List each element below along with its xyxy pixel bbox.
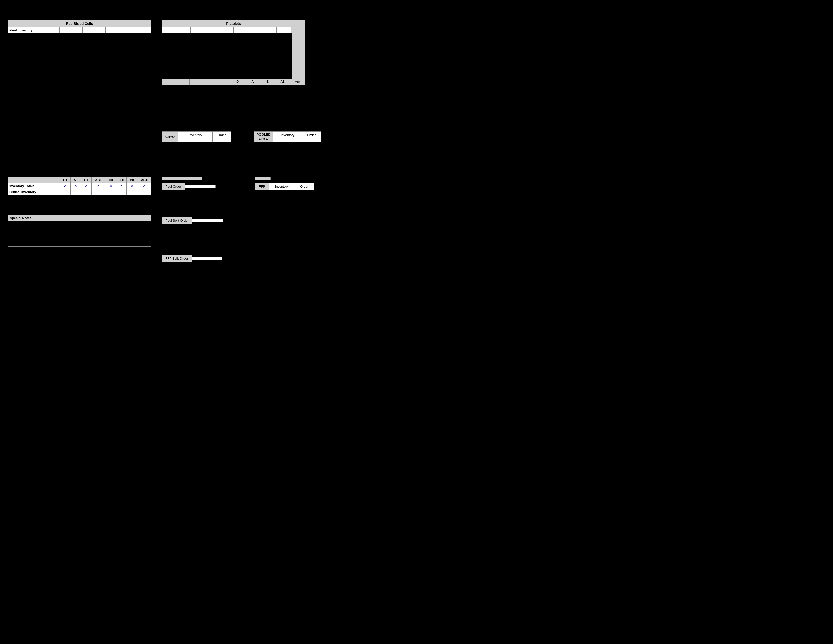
special-notes-content[interactable]: [8, 222, 151, 247]
cryo-label: CRYO: [162, 132, 178, 142]
rbc-col6: [106, 27, 117, 33]
pooled-cryo-label: POOLEDCRYO: [254, 132, 273, 142]
rbc-col2: [60, 27, 71, 33]
plat-bottom-B: B: [260, 79, 275, 85]
plat-bottom-AB: AB: [275, 79, 291, 85]
pooled-cryo-order: Order: [302, 132, 321, 142]
inv-col-ominus: O=: [106, 177, 116, 183]
critical-abplus: [92, 189, 106, 195]
rbc-col3: [71, 27, 82, 33]
plat-col8: [262, 27, 277, 33]
inv-totals-abminus: o: [137, 183, 151, 189]
inv-col-bplus: B+: [81, 177, 92, 183]
pedi-order-label: Pedi Order: [162, 183, 185, 190]
inv-totals-label: Inventory Totals: [8, 183, 60, 189]
inv-totals-oplus: o: [60, 183, 71, 189]
pedi-order-row: Pedi Order: [162, 183, 215, 190]
ffp-label: FFP: [255, 184, 269, 190]
inv-totals-abplus: o: [92, 183, 106, 189]
ffp-inventory: Inventory: [269, 184, 295, 190]
inv-totals-aminus: o: [116, 183, 127, 189]
critical-oplus: [60, 189, 71, 195]
plat-col7: [248, 27, 262, 33]
critical-aminus: [116, 189, 127, 195]
inv-col-abminus: AB=: [137, 177, 151, 183]
plat-bottom-O: O: [230, 79, 245, 85]
inv-totals-bminus: o: [127, 183, 137, 189]
pedi-order-field[interactable]: [185, 185, 215, 188]
pedi-split-field[interactable]: [192, 219, 223, 222]
inv-col-aminus: A=: [116, 177, 127, 183]
ffp-block: FFP Inventory Order: [255, 183, 314, 190]
ffp-top-small[interactable]: [255, 177, 270, 180]
inv-col-bminus: B=: [127, 177, 137, 183]
pedi-split-row: Pedi Split Order: [162, 217, 223, 224]
critical-bminus: [127, 189, 137, 195]
critical-abminus: [137, 189, 151, 195]
plat-col3: [191, 27, 205, 33]
plat-col6: [234, 27, 248, 33]
inv-totals-aplus: o: [71, 183, 81, 189]
rbc-col8: [129, 27, 140, 33]
inv-totals-bplus: o: [81, 183, 92, 189]
critical-ominus: [106, 189, 116, 195]
inv-col-aplus: A+: [71, 177, 81, 183]
pedi-split-label: Pedi Split Order: [162, 217, 192, 224]
plat-col1: [162, 27, 176, 33]
plat-col4: [205, 27, 219, 33]
plat-bottom-empty1: [162, 79, 190, 85]
pooled-cryo-inventory: Inventory: [273, 132, 302, 142]
platelets-panel: Platelets O A: [162, 20, 306, 85]
plat-col10: [291, 27, 305, 33]
plat-col5: [219, 27, 234, 33]
plat-bottom-Any: Any: [290, 79, 305, 85]
plat-col2: [176, 27, 191, 33]
ffp-split-label: FFP Split Order: [162, 255, 192, 262]
plat-bottom-empty2: [190, 79, 230, 85]
inv-col-empty: [8, 177, 60, 183]
cryo-block: CRYO Inventory Order: [162, 131, 231, 142]
cryo-order: Order: [212, 132, 231, 142]
pooled-cryo-block: POOLEDCRYO Inventory Order: [254, 131, 321, 142]
critical-bplus: [81, 189, 92, 195]
platelets-header: Platelets: [162, 20, 306, 27]
rbc-col5: [94, 27, 106, 33]
inv-totals-ominus: o: [106, 183, 116, 189]
rbc-col4: [82, 27, 94, 33]
rbc-label-cell: Ideal Inventory: [8, 27, 48, 33]
inv-col-oplus: O+: [60, 177, 71, 183]
ffp-order: Order: [295, 184, 314, 190]
ffp-split-field[interactable]: [192, 257, 222, 260]
rbc-col7: [117, 27, 129, 33]
plat-col9: [277, 27, 291, 33]
cryo-inventory: Inventory: [178, 132, 212, 142]
critical-aplus: [71, 189, 81, 195]
inventory-totals-table: O+ A+ B+ AB+ O= A= B= AB= Inventory Tota…: [8, 177, 151, 195]
rbc-col1: [48, 27, 60, 33]
pedi-top-input[interactable]: [162, 177, 203, 180]
ffp-split-row: FFP Split Order: [162, 255, 222, 262]
rbc-header: Red Blood Cells: [8, 20, 151, 27]
platelets-right-stripe: [292, 33, 305, 79]
inv-col-abplus: AB+: [92, 177, 106, 183]
critical-inv-label: Critical Inventory: [8, 189, 60, 195]
rbc-col9: [140, 27, 151, 33]
plat-bottom-A: A: [245, 79, 261, 85]
special-notes-bar: Special Notes: [8, 215, 151, 222]
rbc-panel: Red Blood Cells Ideal Inventory: [8, 20, 151, 33]
